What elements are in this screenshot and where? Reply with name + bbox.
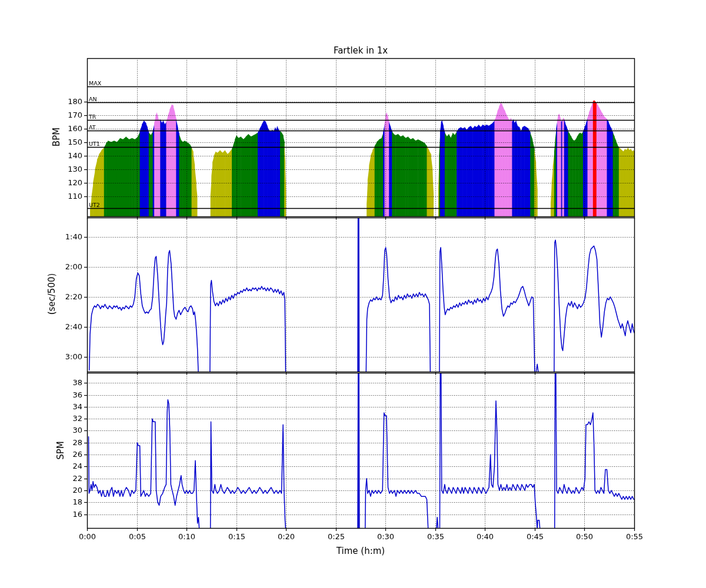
chart-canvas (0, 0, 706, 588)
figure-container: Fartlek in 1x BPM (sec/500) SPM Time (h:… (0, 0, 706, 588)
y-axis-label-pace: (sec/500) (46, 273, 57, 315)
x-axis-label: Time (h:m) (337, 546, 385, 556)
y-axis-label-spm: SPM (55, 441, 66, 460)
y-axis-label-bpm: BPM (51, 128, 62, 146)
chart-title: Fartlek in 1x (334, 45, 388, 56)
